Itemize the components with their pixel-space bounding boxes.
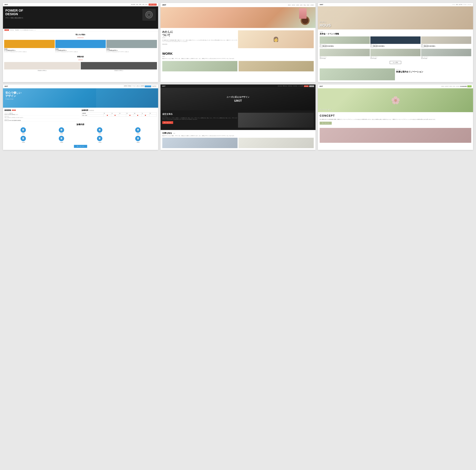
event-item-2: 地域 オンライン [リノベ事例] 都市市の地方非適正な 2023/03/01 -… [370,36,421,48]
dot-icon [129,115,130,116]
nav-news[interactable]: news [307,4,309,5]
nav-about[interactable]: about [288,4,291,5]
nav-price[interactable]: price [300,4,302,5]
hero-text-hous: 家に暮らう HOUS [320,21,331,28]
service-label-1: プロダクトデザイン [4,70,80,71]
nav-blog[interactable]: blog [304,4,306,5]
nav-service[interactable]: service [292,4,295,5]
nav-doctors[interactable]: 医師紹介 [128,85,132,87]
nav-access[interactable]: アクセス [132,85,136,87]
more-link-2[interactable]: more more [162,43,167,45]
company-about-btn[interactable]: 詳しくはこちら [162,121,173,124]
more-btn-clinic: 詳しくはこちら [4,145,157,148]
nav-treatment[interactable]: 診療内容 [124,85,127,87]
nav-cases[interactable]: 施工事例 [459,4,462,5]
product-desc-3: ビジネスニーズに応えるカスタマイズデザインを信じる [106,51,157,52]
nav-career[interactable]: 中途採用 [309,85,314,87]
event-title-item-5: リノベーション [370,58,421,59]
nav-join[interactable]: 入社を知る [293,85,297,87]
news-tag-4: NEWS [12,110,16,111]
sched-wed: 水 [119,112,126,114]
news-cat-1: お知らせ [9,113,13,114]
nav-works[interactable]: works [296,4,299,5]
nav-items-4: 診療内容 医師紹介 アクセス お知らせ 診療時間 00-1234-5678 We… [124,85,157,87]
nav-access-6[interactable]: ACCESS [456,86,460,87]
flower-icon: 🌸 [391,96,400,104]
nav-profile[interactable]: PROFILE [10,30,14,31]
nav-after[interactable]: アフター [463,4,467,5]
nav-notice[interactable]: お知らせ [136,85,140,87]
hero-lifestyle [160,7,316,28]
nav-home-3[interactable]: ホーム [453,4,455,5]
sched-sat-m [142,114,149,116]
event-tag-item-5: 地域 オンライン [370,56,421,58]
job-img-1 [162,138,238,148]
schedule-tag-4: SCHEDULE [89,110,94,111]
about-title-2: わたしについて [162,30,238,37]
nav-item[interactable]: 商品情報 [131,4,135,5]
event-tag-item-2: 地域 オンライン [370,44,421,46]
nav-concept-6[interactable]: CONCEPT [444,86,449,87]
product-desc-1: ビジネスニーズに応えるカスタマイズデザインを信じる [4,51,55,52]
event-tag-item-1: 地域 オンライン [320,44,370,46]
nav-menu-6[interactable]: MENU [449,86,452,87]
event-title-item-3: [リノベ事例] 都市市の地方非適正な [421,46,471,47]
nav-bar-5: UIKIT 会社を知る 事業を知る 社員を知る 入社を知る よくある質問 新卒採… [160,84,316,88]
work-images-2 [162,61,314,71]
service-title-1: 事業内容 [4,55,157,58]
nav-logo-6: UIKIT [319,85,323,87]
company-hero-title: ニーズに応えるデザイン [227,96,249,99]
work-img-stones [238,61,314,71]
dental-label-5: 一般歯科 [4,142,42,143]
nav-overview[interactable]: 概要 [456,4,458,5]
nav-booking-btn[interactable]: Web予約 [152,85,156,87]
kitchen-bg [318,6,473,30]
camera-inner-lens [147,13,151,17]
nav-service-3[interactable]: サービス [468,4,471,5]
product-img-3 [106,40,157,48]
nav-staff[interactable]: 社員を知る [288,85,292,87]
nav-hours[interactable]: 診療時間 [141,85,144,87]
nav-staff-6[interactable]: STAFF [453,86,456,87]
nav-biz[interactable]: 事業を知る [283,85,287,87]
nav-products[interactable]: 商品情報・サービスの特徴を紹介するためのページ [15,30,36,31]
hero-subtitle-nature: リノベーション [320,108,331,111]
product-img-2 [55,40,106,48]
hero-1: POWER OF DESIGN デザインで優れた製品を創造する [3,6,158,29]
contact-btn-1[interactable]: お問い合わせ [149,3,157,6]
nav-new-grad[interactable]: 新卒採用 [304,85,309,87]
concept-btn-6[interactable]: 詳しくはこちら [320,122,332,125]
nav-about-co[interactable]: 会社を知る [278,85,282,87]
nav-bar-1: UIKIT 商品情報 技術・開発 企業・社会 お問い合わせ [3,3,158,6]
job-section-5: 仕事を知る JOB 製品デザインには、概術、デザイン生、主催などにを書くした時代… [160,130,316,150]
sched-fri-m [134,114,142,116]
card-clinic: UIKIT 診療内容 医師紹介 アクセス お知らせ 診療時間 00-1234-5… [3,84,158,150]
card-company: UIKIT 会社を知る 事業を知る 社員を知る 入社を知る よくある質問 新卒採… [160,84,316,150]
about-reno-section: ABOUT US 快適な室内をリノベーション [318,67,473,82]
nav-logo-4: UIKIT [4,85,8,87]
sub-nav-1: HOME PROFILE 商品情報・サービスの特徴を紹介するためのページ [3,29,158,32]
nav-faq[interactable]: よくある質問 [298,85,303,87]
nav-item[interactable]: 企業・社会 [142,4,147,5]
job-header-5: 仕事を知る JOB [162,132,314,134]
product-item-3: Goods ニーズに応えるデザイン ビジネスニーズに応えるカスタマイズデザインを… [106,40,157,52]
event-tag-item-4: 地域 オンライン [320,56,370,58]
nav-contact[interactable]: contact [310,4,314,5]
dental-grid-4b: 🦷 一般歯科 🦷 一般歯科 🦷 一般歯科 🦷 一般歯科 [4,136,157,143]
booking-btn-6[interactable]: ご予約 [467,85,472,87]
event-img-1 [320,36,370,44]
nav-home-btn[interactable]: HOME [4,29,9,31]
nav-home-6[interactable]: HOME [441,86,444,87]
details-btn-clinic[interactable]: 詳しくはこちら [74,145,87,148]
dot-icon [115,115,116,116]
sched-morning: 9:00 - 13:00 [82,114,103,116]
dental-label-4: 一般歯科 [119,133,156,134]
nav-items-3: ホーム 概要 施工事例 アフター サービス [453,4,471,5]
more-btn-3[interactable]: もっと見る [390,61,401,64]
nav-item[interactable]: 技術・開発 [136,4,141,5]
camera-icon [142,9,156,21]
clinic-decor [96,88,158,108]
hero-subtitle-1: デザインで優れた製品を創造する [5,17,23,19]
camera-lens [145,11,153,18]
dental-label-8: 一般歯科 [119,142,156,143]
